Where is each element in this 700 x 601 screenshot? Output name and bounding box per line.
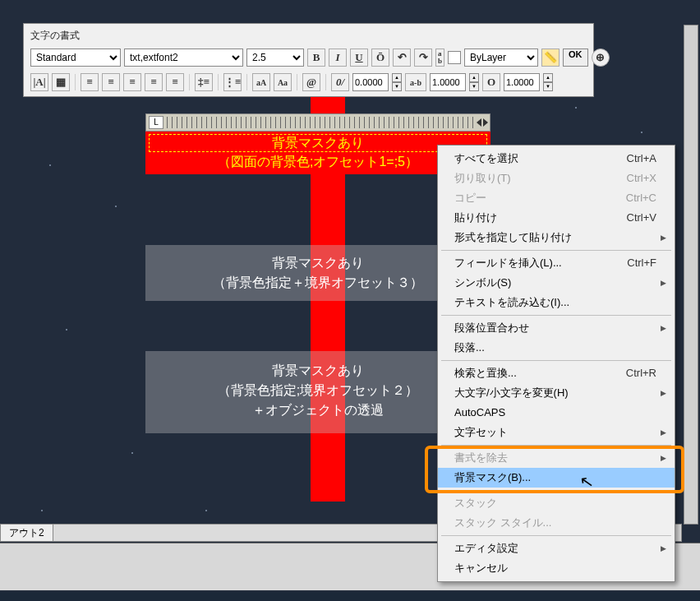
- ruler-ticks[interactable]: [167, 117, 473, 128]
- edit-line-1[interactable]: 背景マスクあり: [272, 133, 364, 153]
- style-select[interactable]: Standard: [30, 49, 121, 67]
- italic-button[interactable]: I: [329, 49, 347, 67]
- toolbar-row-1: Standard txt,extfont2 2.5 B I U Ō ↶ ↷ ab…: [30, 47, 610, 68]
- ctx-para-align[interactable]: 段落位置合わせ: [438, 318, 675, 338]
- ctx-cancel[interactable]: キャンセル: [438, 558, 675, 578]
- align-distribute-button[interactable]: ≡: [166, 73, 184, 91]
- ctx-find-replace[interactable]: 検索と置換...Ctrl+R: [438, 363, 675, 383]
- ruler-left-arrow[interactable]: [477, 118, 481, 127]
- text-format-toolbar: 文字の書式 Standard txt,extfont2 2.5 B I U Ō …: [23, 23, 594, 97]
- context-menu: すべてを選択Ctrl+A 切り取り(T)Ctrl+X コピーCtrl+C 貼り付…: [437, 145, 675, 582]
- width-factor-spinner[interactable]: ▲▼: [543, 73, 553, 91]
- ctx-editor-settings[interactable]: エディタ設定: [438, 539, 675, 558]
- ctx-charset[interactable]: 文字セット: [438, 423, 675, 442]
- color-swatch[interactable]: [448, 51, 461, 64]
- text-ruler[interactable]: L: [145, 113, 490, 132]
- underline-button[interactable]: U: [350, 49, 368, 67]
- ctx-cut: 切り取り(T)Ctrl+X: [438, 169, 675, 188]
- edit-line-2[interactable]: （図面の背景色;オフセット1=;5）: [218, 155, 418, 169]
- tab-type-toggle[interactable]: L: [149, 116, 163, 129]
- ctx-sep-6: [441, 535, 671, 536]
- ctx-sep-1: [441, 250, 671, 251]
- ctx-stack-style: スタック スタイル...: [438, 513, 675, 533]
- ctx-sep-3: [441, 360, 671, 361]
- layout-tab-2[interactable]: アウト2: [1, 525, 53, 541]
- text-height-select[interactable]: 2.5: [246, 49, 304, 67]
- undo-button[interactable]: ↶: [393, 49, 411, 67]
- ctx-sep-4: [441, 445, 671, 446]
- uppercase-button[interactable]: aA: [252, 73, 270, 91]
- ctx-paragraph[interactable]: 段落...: [438, 338, 675, 358]
- ctx-paste-special[interactable]: 形式を指定して貼り付け: [438, 228, 675, 247]
- symbol-button[interactable]: @: [302, 73, 320, 91]
- ruler-toggle-button[interactable]: 📏: [541, 49, 560, 67]
- ctx-background-mask[interactable]: 背景マスク(B)...: [438, 468, 675, 488]
- width-factor-button[interactable]: O: [482, 73, 500, 91]
- redo-button[interactable]: ↷: [414, 49, 432, 67]
- oblique-spinner[interactable]: ▲▼: [392, 73, 402, 91]
- ctx-sep-5: [441, 490, 671, 491]
- stack-fraction-button[interactable]: ab: [435, 49, 444, 67]
- ctx-sep-2: [441, 315, 671, 316]
- align-right-button[interactable]: ≡: [123, 73, 141, 91]
- ctx-stack: スタック: [438, 493, 675, 513]
- ctx-autocaps[interactable]: AutoCAPS: [438, 403, 675, 423]
- tracking-value[interactable]: [430, 73, 466, 91]
- ok-button[interactable]: OK: [563, 49, 588, 67]
- oblique-button[interactable]: 0/: [331, 73, 349, 91]
- ruler-right-arrow[interactable]: [483, 118, 488, 127]
- options-button[interactable]: ⊕: [592, 49, 610, 67]
- tracking-button[interactable]: a-b: [405, 73, 426, 91]
- toolbar-title: 文字の書式: [30, 29, 80, 43]
- width-factor-value[interactable]: [504, 73, 540, 91]
- ctx-change-case[interactable]: 大文字/小文字を変更(H): [438, 383, 675, 403]
- ctx-symbol[interactable]: シンボル(S): [438, 273, 675, 293]
- align-center-button[interactable]: ≡: [102, 73, 120, 91]
- toolbar-row-2: |A| ▦ ≡ ≡ ≡ ≡ ≡ ‡≡ ⋮≡ aA Aa @ 0/ ▲▼ a-b …: [30, 72, 553, 93]
- numbered-list-button[interactable]: ⋮≡: [223, 73, 242, 91]
- columns-button[interactable]: |A|: [30, 73, 48, 91]
- ctx-remove-format: 書式を除去: [438, 448, 675, 468]
- oblique-value[interactable]: [352, 73, 389, 91]
- lowercase-button[interactable]: Aa: [274, 73, 292, 91]
- align-left-button[interactable]: ≡: [81, 73, 99, 91]
- ctx-select-all[interactable]: すべてを選択Ctrl+A: [438, 149, 675, 169]
- ctx-copy: コピーCtrl+C: [438, 188, 675, 208]
- line-spacing-button[interactable]: ‡≡: [195, 73, 213, 91]
- tracking-spinner[interactable]: ▲▼: [469, 73, 479, 91]
- bold-button[interactable]: B: [307, 49, 325, 67]
- mtext-justify-button[interactable]: ▦: [52, 73, 70, 91]
- ctx-import-text[interactable]: テキストを読み込む(I)...: [438, 293, 675, 312]
- ctx-insert-field[interactable]: フィールドを挿入(L)...Ctrl+F: [438, 253, 675, 273]
- align-justify-button[interactable]: ≡: [145, 73, 163, 91]
- vertical-scrollbar[interactable]: [684, 25, 698, 525]
- font-select[interactable]: txt,extfont2: [124, 49, 243, 67]
- color-select[interactable]: ByLayer: [464, 49, 538, 67]
- ctx-paste[interactable]: 貼り付けCtrl+V: [438, 208, 675, 228]
- overline-button[interactable]: Ō: [371, 49, 389, 67]
